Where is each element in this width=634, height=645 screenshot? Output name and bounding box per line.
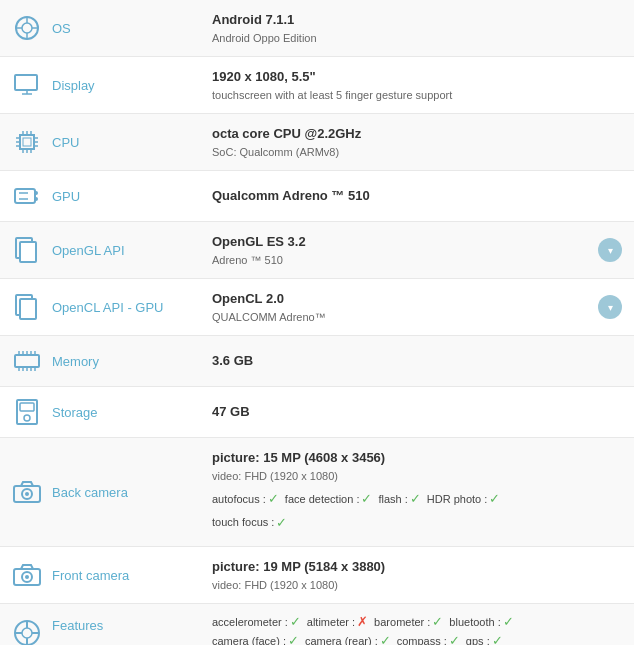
- feature-face-detection: face detection :✓: [285, 489, 373, 509]
- feat-bluetooth: bluetooth : ✓: [449, 614, 513, 629]
- row-frontcamera-left: Front camera: [0, 547, 200, 603]
- storage-label: Storage: [52, 405, 98, 420]
- cpu-value-line1: octa core CPU @2.2GHz: [212, 124, 622, 144]
- display-value-line2: touchscreen with at least 5 finger gestu…: [212, 87, 622, 104]
- row-frontcamera: Front camera picture: 19 MP (5184 x 3880…: [0, 547, 634, 604]
- row-features-right: accelerometer : ✓ altimeter : ✗ baromete…: [200, 604, 634, 645]
- svg-rect-32: [15, 355, 39, 367]
- backcamera-features-line2: touch focus :✓: [212, 513, 622, 533]
- row-memory-right: 3.6 GB: [200, 336, 634, 386]
- row-opencl-right: OpenCL 2.0 QUALCOMM Adreno™ ▾: [200, 279, 634, 335]
- frontcamera-label: Front camera: [52, 568, 129, 583]
- row-storage: Storage 47 GB: [0, 387, 634, 438]
- gpu-label: GPU: [52, 189, 80, 204]
- svg-point-45: [24, 415, 30, 421]
- row-os-left: OS: [0, 0, 200, 56]
- display-icon: [12, 70, 42, 100]
- backcamera-label: Back camera: [52, 485, 128, 500]
- frontcamera-value-line2: video: FHD (1920 x 1080): [212, 577, 622, 594]
- backcamera-icon: [12, 477, 42, 507]
- row-opengl: OpenGL API OpenGL ES 3.2 Adreno ™ 510 ▾: [0, 222, 634, 279]
- row-os-right: Android 7.1.1 Android Oppo Edition: [200, 0, 634, 56]
- frontcamera-value-line1: picture: 19 MP (5184 x 3880): [212, 557, 622, 577]
- svg-point-24: [34, 191, 38, 195]
- row-cpu: CPU octa core CPU @2.2GHz SoC: Qualcomm …: [0, 114, 634, 171]
- feature-flash: flash :✓: [378, 489, 420, 509]
- row-display-left: Display: [0, 57, 200, 113]
- row-display: Display 1920 x 1080, 5.5" touchscreen wi…: [0, 57, 634, 114]
- opengl-dropdown-button[interactable]: ▾: [598, 238, 622, 262]
- svg-rect-23: [15, 189, 35, 203]
- row-backcamera-left: Back camera: [0, 438, 200, 546]
- backcamera-value-line2: video: FHD (1920 x 1080): [212, 468, 622, 485]
- row-display-right: 1920 x 1080, 5.5" touchscreen with at le…: [200, 57, 634, 113]
- row-opencl: OpenCL API - GPU OpenCL 2.0 QUALCOMM Adr…: [0, 279, 634, 336]
- svg-rect-9: [20, 135, 34, 149]
- memory-value-line1: 3.6 GB: [212, 351, 622, 371]
- row-cpu-right: octa core CPU @2.2GHz SoC: Qualcomm (ARM…: [200, 114, 634, 170]
- row-os: OS Android 7.1.1 Android Oppo Edition: [0, 0, 634, 57]
- row-memory: Memory 3.6 GB: [0, 336, 634, 387]
- row-memory-left: Memory: [0, 336, 200, 386]
- gpu-value: Qualcomm Adreno ™ 510: [212, 186, 622, 206]
- display-value: 1920 x 1080, 5.5" touchscreen with at le…: [212, 67, 622, 103]
- gpu-value-line1: Qualcomm Adreno ™ 510: [212, 186, 622, 206]
- feat-altimeter: altimeter : ✗: [307, 614, 368, 629]
- spec-table: OS Android 7.1.1 Android Oppo Edition Di…: [0, 0, 634, 645]
- row-gpu-right: Qualcomm Adreno ™ 510: [200, 171, 634, 221]
- os-value-line2: Android Oppo Edition: [212, 30, 622, 47]
- feature-hdr: HDR photo :✓: [427, 489, 501, 509]
- os-value-line1: Android 7.1.1: [212, 10, 622, 30]
- row-features: Features accelerometer : ✓ altimeter : ✗…: [0, 604, 634, 645]
- display-label: Display: [52, 78, 95, 93]
- svg-point-51: [25, 575, 29, 579]
- row-gpu: GPU Qualcomm Adreno ™ 510: [0, 171, 634, 222]
- svg-point-53: [22, 628, 32, 638]
- frontcamera-icon: [12, 560, 42, 590]
- svg-rect-29: [20, 242, 36, 262]
- opengl-value: OpenGL ES 3.2 Adreno ™ 510: [212, 232, 598, 268]
- opencl-value-line2: QUALCOMM Adreno™: [212, 309, 598, 326]
- storage-value-line1: 47 GB: [212, 402, 622, 422]
- backcamera-value-line1: picture: 15 MP (4608 x 3456): [212, 448, 622, 468]
- feature-touch-focus: touch focus :✓: [212, 513, 287, 533]
- os-label: OS: [52, 21, 71, 36]
- feat-accelerometer: accelerometer : ✓: [212, 614, 301, 629]
- spec-container: OS Android 7.1.1 Android Oppo Edition Di…: [0, 0, 634, 645]
- row-frontcamera-right: picture: 19 MP (5184 x 3880) video: FHD …: [200, 547, 634, 603]
- display-value-line1: 1920 x 1080, 5.5": [212, 67, 622, 87]
- opengl-label: OpenGL API: [52, 243, 125, 258]
- row-opengl-left: OpenGL API: [0, 222, 200, 278]
- opengl-value-line2: Adreno ™ 510: [212, 252, 598, 269]
- gpu-icon: [12, 181, 42, 211]
- opengl-icon: [12, 235, 42, 265]
- opencl-dropdown-button[interactable]: ▾: [598, 295, 622, 319]
- storage-icon: [12, 397, 42, 427]
- feat-camera-rear: camera (rear) : ✓: [305, 633, 391, 645]
- cpu-value: octa core CPU @2.2GHz SoC: Qualcomm (ARM…: [212, 124, 622, 160]
- memory-value: 3.6 GB: [212, 351, 622, 371]
- memory-icon: [12, 346, 42, 376]
- feat-compass: compass : ✓: [397, 633, 460, 645]
- cpu-icon: [12, 127, 42, 157]
- features-grid: accelerometer : ✓ altimeter : ✗ baromete…: [212, 614, 622, 645]
- backcamera-features-line1: autofocus :✓ face detection :✓ flash :✓ …: [212, 489, 622, 509]
- storage-value: 47 GB: [212, 402, 622, 422]
- svg-point-1: [22, 23, 32, 33]
- row-features-left: Features: [0, 604, 200, 645]
- row-gpu-left: GPU: [0, 171, 200, 221]
- svg-rect-6: [15, 75, 37, 90]
- row-storage-left: Storage: [0, 387, 200, 437]
- svg-rect-44: [20, 403, 34, 411]
- feat-camera-face: camera (face) : ✓: [212, 633, 299, 645]
- row-storage-right: 47 GB: [200, 387, 634, 437]
- row-cpu-left: CPU: [0, 114, 200, 170]
- features-line1: accelerometer : ✓ altimeter : ✗ baromete…: [212, 614, 622, 629]
- features-label: Features: [52, 618, 103, 633]
- feature-autofocus: autofocus :✓: [212, 489, 279, 509]
- svg-point-25: [34, 197, 38, 201]
- os-value: Android 7.1.1 Android Oppo Edition: [212, 10, 622, 46]
- features-icon: [12, 618, 42, 645]
- opencl-value: OpenCL 2.0 QUALCOMM Adreno™: [212, 289, 598, 325]
- row-backcamera-right: picture: 15 MP (4608 x 3456) video: FHD …: [200, 438, 634, 546]
